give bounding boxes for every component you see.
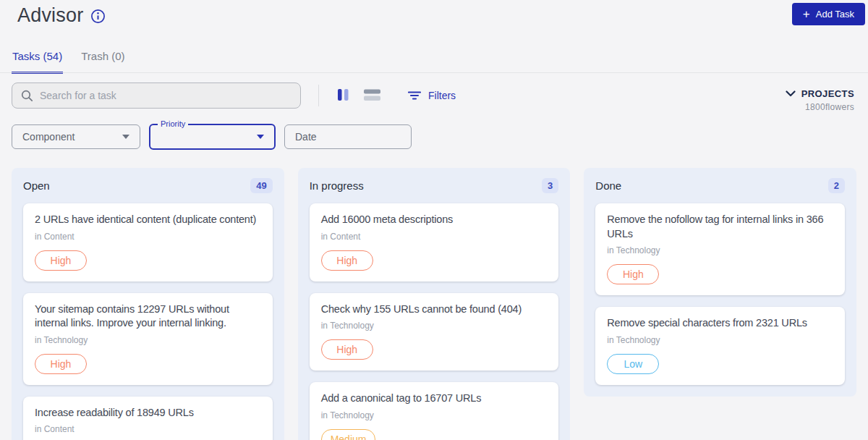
component-filter-select[interactable]: Component [12, 124, 140, 149]
task-component: in Technology [607, 335, 833, 345]
priority-badge: Low [607, 354, 659, 374]
column-header: In progress 3 [310, 174, 559, 203]
kanban-view-icon [338, 88, 349, 103]
tab-bar: Tasks (54) Trash (0) [12, 46, 125, 74]
filter-icon [408, 90, 421, 101]
task-title: Check why 155 URLs cannot be found (404) [321, 302, 548, 317]
task-component: in Content [35, 232, 261, 242]
advisor-page: Advisor + Add Task Tasks (54) Trash (0) [0, 0, 868, 440]
task-card[interactable]: Increase readability of 18949 URLs in Co… [23, 397, 273, 440]
task-card[interactable]: Remove the nofollow tag for internal lin… [595, 203, 845, 295]
tab-tasks[interactable]: Tasks (54) [12, 46, 63, 74]
task-title: Add 16000 meta descriptions [321, 213, 548, 227]
task-component: in Technology [607, 245, 833, 255]
task-title: Remove the nofollow tag for internal lin… [607, 213, 833, 241]
kanban-view-button[interactable] [336, 87, 350, 105]
header-divider [0, 72, 868, 73]
task-card[interactable]: Remove special characters from 2321 URLs… [595, 307, 845, 385]
column-cards: Add 16000 meta descriptions in Content H… [310, 203, 559, 440]
task-title: Add a canonical tag to 16707 URLs [321, 392, 548, 406]
task-component: in Content [321, 232, 548, 242]
priority-badge: High [321, 339, 373, 360]
column-title: Done [595, 179, 621, 192]
caret-down-icon [257, 135, 264, 139]
priority-badge: High [35, 250, 87, 271]
date-filter-label: Date [295, 131, 317, 143]
projects-selector[interactable]: PROJECTS 1800flowers [786, 88, 854, 112]
task-title: 2 URLs have identical content (duplicate… [35, 213, 261, 227]
task-component: in Technology [321, 321, 548, 331]
filters-label: Filters [428, 90, 456, 101]
task-card[interactable]: Your sitemap contains 12297 URLs without… [23, 293, 273, 385]
column-header: Open 49 [23, 174, 273, 203]
search-input[interactable] [40, 90, 292, 101]
column-cards: 2 URLs have identical content (duplicate… [23, 203, 273, 440]
filter-row: Component Priority Date [12, 124, 412, 150]
kanban-board: Open 49 2 URLs have identical content (d… [12, 168, 856, 440]
column-count-badge: 49 [250, 178, 272, 193]
search-icon [21, 90, 33, 102]
column-header: Done 2 [595, 174, 845, 203]
column-title: Open [23, 179, 50, 192]
priority-filter-select[interactable]: Priority [149, 124, 276, 150]
column-title: In progress [310, 179, 364, 192]
toolbar-divider [318, 85, 319, 106]
task-title: Remove special characters from 2321 URLs [607, 316, 833, 331]
filters-button[interactable]: Filters [408, 90, 456, 101]
task-card[interactable]: Add 16000 meta descriptions in Content H… [310, 203, 559, 282]
priority-badge: High [35, 354, 87, 374]
priority-badge: High [321, 250, 373, 271]
task-component: in Technology [35, 335, 261, 345]
date-filter-input[interactable]: Date [284, 124, 412, 149]
column-count-badge: 3 [542, 178, 558, 193]
task-component: in Technology [321, 410, 548, 420]
project-name: 1800flowers [786, 102, 854, 112]
priority-badge: High [607, 264, 659, 284]
caret-down-icon [122, 135, 129, 139]
kanban-column: Open 49 2 URLs have identical content (d… [12, 168, 284, 440]
kanban-column: Done 2 Remove the nofollow tag for inter… [584, 168, 856, 397]
list-view-button[interactable] [362, 87, 382, 105]
priority-badge: Medium [321, 429, 376, 440]
task-card[interactable]: Check why 155 URLs cannot be found (404)… [310, 293, 559, 371]
plus-icon: + [803, 8, 810, 20]
task-card[interactable]: 2 URLs have identical content (duplicate… [23, 203, 273, 282]
task-component: in Content [35, 424, 261, 434]
task-title: Your sitemap contains 12297 URLs without… [35, 302, 261, 331]
add-task-button[interactable]: + Add Task [792, 3, 865, 25]
component-filter-label: Component [22, 131, 75, 143]
add-task-label: Add Task [816, 9, 854, 20]
view-toggles [336, 87, 382, 105]
column-count-badge: 2 [828, 178, 845, 193]
page-title: Advisor [17, 4, 83, 27]
chevron-down-icon [786, 90, 796, 97]
kanban-column: In progress 3 Add 16000 meta description… [298, 168, 571, 440]
tab-trash[interactable]: Trash (0) [80, 46, 125, 74]
task-title: Increase readability of 18949 URLs [35, 406, 261, 420]
projects-label: PROJECTS [801, 88, 854, 99]
task-card[interactable]: Add a canonical tag to 16707 URLs in Tec… [310, 382, 559, 440]
info-icon[interactable] [90, 9, 106, 24]
column-cards: Remove the nofollow tag for internal lin… [595, 203, 845, 385]
toolbar: Filters [12, 82, 856, 109]
priority-filter-label: Priority [158, 119, 188, 128]
app-header: Advisor [17, 4, 106, 27]
list-view-icon [364, 88, 380, 103]
search-box[interactable] [12, 82, 301, 109]
